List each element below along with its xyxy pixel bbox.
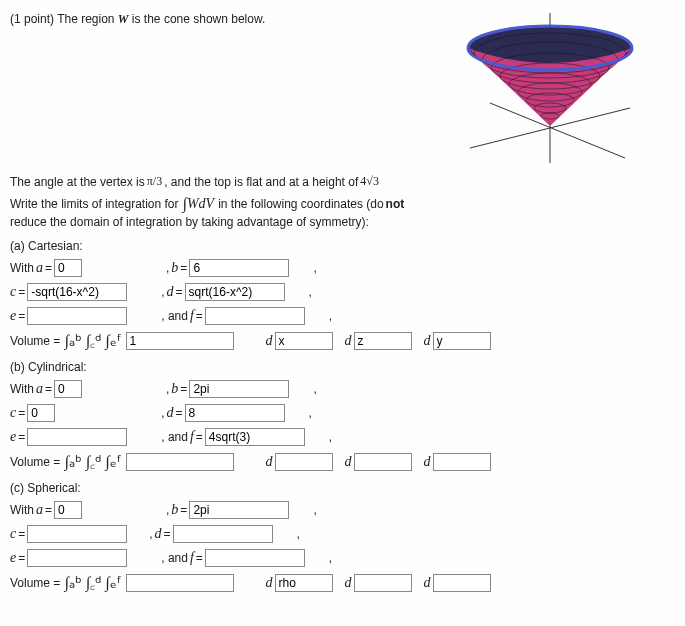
cyl-e-input[interactable] xyxy=(27,428,127,446)
instruction-text: Write the limits of integration for ∫W d… xyxy=(10,195,675,229)
triple-integral-icon: ∫ₐᵇ ∫꜀ᵈ ∫ₑᶠ xyxy=(62,452,123,471)
cart-a-input[interactable] xyxy=(54,259,82,277)
cyl-c-input[interactable] xyxy=(27,404,55,422)
height-value: 4√3 xyxy=(360,174,379,189)
cone-figure xyxy=(435,8,665,168)
sph-c-input[interactable] xyxy=(27,525,127,543)
intro-text-1: The region xyxy=(57,12,118,26)
cart-d3-input[interactable] xyxy=(433,332,491,350)
triple-integral-icon: ∫ₐᵇ ∫꜀ᵈ ∫ₑᶠ xyxy=(62,573,123,592)
cyl-a-input[interactable] xyxy=(54,380,82,398)
cart-d-input[interactable] xyxy=(185,283,285,301)
sph-integrand-input[interactable] xyxy=(126,574,234,592)
cart-c-input[interactable] xyxy=(27,283,127,301)
cartesian-title: (a) Cartesian: xyxy=(10,239,675,253)
points-label: (1 point) xyxy=(10,12,54,26)
sph-e-input[interactable] xyxy=(27,549,127,567)
cyl-d1-input[interactable] xyxy=(275,453,333,471)
sph-d3-input[interactable] xyxy=(433,574,491,592)
vertex-angle-value: π/3 xyxy=(147,174,162,189)
sph-d1-input[interactable] xyxy=(275,574,333,592)
sph-d2-input[interactable] xyxy=(354,574,412,592)
cart-d1-input[interactable] xyxy=(275,332,333,350)
cyl-f-input[interactable] xyxy=(205,428,305,446)
cylindrical-title: (b) Cylindrical: xyxy=(10,360,675,374)
sph-b-input[interactable] xyxy=(189,501,289,519)
sph-a-input[interactable] xyxy=(54,501,82,519)
cyl-d2-input[interactable] xyxy=(354,453,412,471)
cart-integrand-input[interactable] xyxy=(126,332,234,350)
cart-f-input[interactable] xyxy=(205,307,305,325)
cyl-d3-input[interactable] xyxy=(433,453,491,471)
sph-f-input[interactable] xyxy=(205,549,305,567)
sph-d-input[interactable] xyxy=(173,525,273,543)
cyl-b-input[interactable] xyxy=(189,380,289,398)
triple-integral-icon: ∫ₐᵇ ∫꜀ᵈ ∫ₑᶠ xyxy=(62,331,123,350)
cart-e-input[interactable] xyxy=(27,307,127,325)
spherical-title: (c) Spherical: xyxy=(10,481,675,495)
cart-d2-input[interactable] xyxy=(354,332,412,350)
cyl-integrand-input[interactable] xyxy=(126,453,234,471)
vertex-angle-text: The angle at the vertex is π/3 , and the… xyxy=(10,174,675,189)
question-prompt: (1 point) The region W is the cone shown… xyxy=(10,8,435,27)
cart-b-input[interactable] xyxy=(189,259,289,277)
intro-text-2: is the cone shown below. xyxy=(129,12,266,26)
region-symbol: W xyxy=(118,12,129,26)
cyl-d-input[interactable] xyxy=(185,404,285,422)
